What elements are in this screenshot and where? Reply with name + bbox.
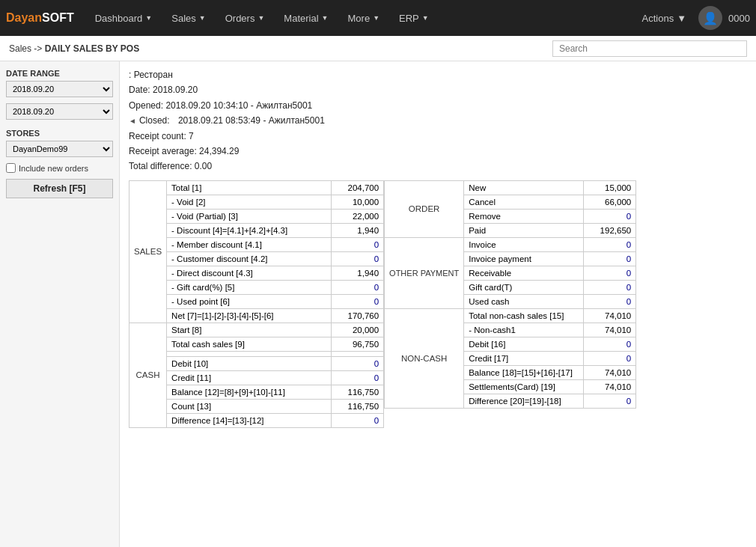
non-cash-row-value: 0 <box>584 351 636 365</box>
cash-row-value: 0 <box>332 356 384 370</box>
order-row-value: 66,000 <box>584 195 636 209</box>
stores-label: STORES <box>6 129 113 138</box>
nav-items: Dashboard▼ Sales▼ Orders▼ Material▼ More… <box>86 0 636 36</box>
sales-row-value: 170,760 <box>332 308 384 323</box>
sales-cash-table: SALESTotal [1]204,700- Void [2]10,000- V… <box>129 180 384 428</box>
cash-row-name: Balance [12]=[8]+[9]+[10]-[11] <box>167 385 332 399</box>
cash-row-name: Debit [10] <box>167 356 332 370</box>
cash-row-value: 0 <box>332 413 384 427</box>
include-new-orders-label: Include new orders <box>19 164 88 173</box>
cash-row-value <box>332 351 384 356</box>
cash-row-name: Total cash sales [9] <box>167 337 332 351</box>
cash-row-name <box>167 351 332 356</box>
non-cash-row-value: 74,010 <box>584 323 636 337</box>
right-tables: ORDERNew15,000Cancel66,000Remove0Paid192… <box>384 180 636 428</box>
sales-row-name: - Discount [4]=[4.1]+[4.2]+[4.3] <box>167 223 332 237</box>
chevron-down-icon: ▼ <box>677 13 686 24</box>
order-row-name: Cancel <box>464 195 584 209</box>
left-tables: SALESTotal [1]204,700- Void [2]10,000- V… <box>129 180 384 428</box>
breadcrumb-page: DAILY SALES BY POS <box>45 43 140 54</box>
other-payment-row-value: 0 <box>584 294 636 308</box>
sub-header: Sales -> DAILY SALES BY POS <box>0 36 756 61</box>
date-from-select[interactable]: 2018.09.20 <box>6 81 113 97</box>
info-opened: Opened: 2018.09.20 10:34:10 - Ажилтан500… <box>129 98 747 113</box>
refresh-button[interactable]: Refresh [F5] <box>6 179 113 198</box>
chevron-down-icon: ▼ <box>257 14 264 22</box>
user-avatar: 👤 <box>698 6 722 30</box>
info-total-diff: Total difference: 0.00 <box>129 159 747 174</box>
sales-row-value: 0 <box>332 237 384 251</box>
non-cash-row-value: 74,010 <box>584 308 636 323</box>
sales-row-value: 10,000 <box>332 195 384 209</box>
nav-dashboard[interactable]: Dashboard▼ <box>86 0 162 36</box>
order-row-name: New <box>464 180 584 195</box>
other-payment-row-name: Gift card(T) <box>464 280 584 294</box>
cash-row-name: Difference [14]=[13]-[12] <box>167 413 332 427</box>
non-cash-row-name: Settlements(Card) [19] <box>464 379 584 394</box>
nav-material[interactable]: Material▼ <box>275 0 337 36</box>
sales-row-name: Total [1] <box>167 180 332 195</box>
info-block: : Ресторан Date: 2018.09.20 Opened: 2018… <box>129 67 747 174</box>
logo-suffix: SOFT <box>42 11 74 24</box>
include-new-orders-row: Include new orders <box>6 163 113 173</box>
other-payment-row-value: 0 <box>584 280 636 294</box>
info-receipt-avg: Receipt average: 24,394.29 <box>129 144 747 159</box>
chevron-down-icon: ▼ <box>373 14 379 22</box>
cash-row-name: Start [8] <box>167 323 332 337</box>
include-new-orders-checkbox[interactable] <box>6 163 16 173</box>
sales-row-name: - Void [2] <box>167 195 332 209</box>
other-payment-row-value: 0 <box>584 237 636 251</box>
other-payment-row-name: Receivable <box>464 266 584 280</box>
restaurant-name: : Ресторан <box>129 67 747 82</box>
nav-more[interactable]: More▼ <box>339 0 389 36</box>
non-cash-row-name: Balance [18]=[15]+[16]-[17] <box>464 365 584 379</box>
main-layout: DATE RANGE 2018.09.20 2018.09.20 STORES … <box>0 61 756 547</box>
cash-row-value: 20,000 <box>332 323 384 337</box>
cash-row-value: 116,750 <box>332 385 384 399</box>
order-row-name: Remove <box>464 209 584 223</box>
nav-orders[interactable]: Orders▼ <box>216 0 274 36</box>
sales-row-name: Net [7]=[1]-[2]-[3]-[4]-[5]-[6] <box>167 308 332 323</box>
sales-row-value: 0 <box>332 251 384 266</box>
breadcrumb-prefix: Sales -> <box>9 43 42 54</box>
logo-brand: Dayan <box>6 11 42 24</box>
nav-erp[interactable]: ERP▼ <box>390 0 438 36</box>
cash-row-value: 96,750 <box>332 337 384 351</box>
order-row-name: Paid <box>464 223 584 237</box>
tables-row: SALESTotal [1]204,700- Void [2]10,000- V… <box>129 180 747 428</box>
sales-row-name: - Gift card(%) [5] <box>167 280 332 294</box>
order-row-value: 15,000 <box>584 180 636 195</box>
sidebar: DATE RANGE 2018.09.20 2018.09.20 STORES … <box>0 61 120 547</box>
date-to-select[interactable]: 2018.09.20 <box>6 103 113 120</box>
breadcrumb: Sales -> DAILY SALES BY POS <box>9 43 139 54</box>
info-receipt-count: Receipt count: 7 <box>129 129 747 144</box>
non-cash-row-name: Difference [20]=[19]-[18] <box>464 394 584 408</box>
sales-row-name: - Customer discount [4.2] <box>167 251 332 266</box>
sales-row-value: 0 <box>332 294 384 308</box>
sales-row-name: - Used point [6] <box>167 294 332 308</box>
logo: DayanSOFT <box>6 11 74 25</box>
chevron-down-icon: ▼ <box>422 14 429 22</box>
sales-row-name: - Member discount [4.1] <box>167 237 332 251</box>
order-row-value: 0 <box>584 209 636 223</box>
cash-row-value: 116,750 <box>332 399 384 413</box>
other-payment-row-name: Invoice <box>464 237 584 251</box>
sales-row-value: 0 <box>332 280 384 294</box>
actions-button[interactable]: Actions ▼ <box>636 13 693 24</box>
sales-row-name: - Void (Partial) [3] <box>167 209 332 223</box>
order-row-value: 192,650 <box>584 223 636 237</box>
non-cash-row-value: 74,010 <box>584 365 636 379</box>
chevron-down-icon: ▼ <box>145 14 152 22</box>
other-payment-row-value: 0 <box>584 266 636 280</box>
search-input[interactable] <box>552 40 747 57</box>
cash-row-value: 0 <box>332 370 384 385</box>
nav-sales[interactable]: Sales▼ <box>162 0 214 36</box>
non-cash-row-name: Total non-cash sales [15] <box>464 308 584 323</box>
content: : Ресторан Date: 2018.09.20 Opened: 2018… <box>120 61 756 547</box>
store-select[interactable]: DayanDemo99 <box>6 141 113 157</box>
collapse-icon[interactable]: ◄ <box>129 114 136 127</box>
other-payment-row-name: Used cash <box>464 294 584 308</box>
non-cash-row-name: Credit [17] <box>464 351 584 365</box>
info-closed: ◄ Closed: 2018.09.21 08:53:49 - Ажилтан5… <box>129 113 747 128</box>
cash-row-name: Count [13] <box>167 399 332 413</box>
